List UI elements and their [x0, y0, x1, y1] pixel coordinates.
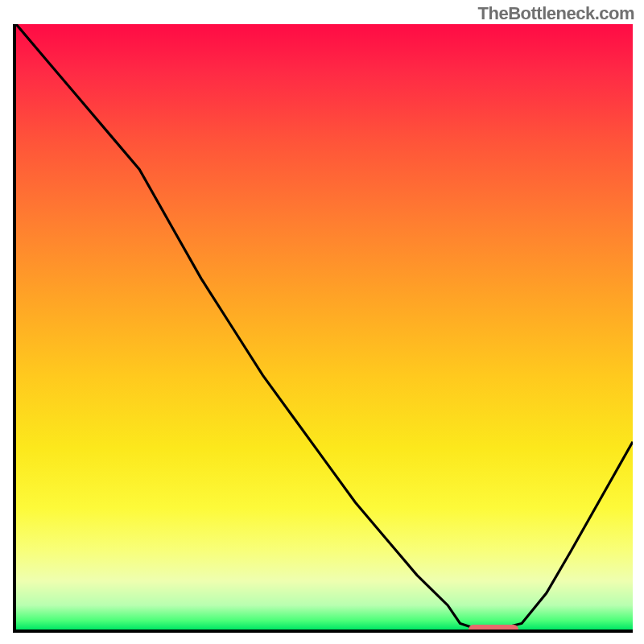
bottleneck-curve: [16, 24, 633, 630]
chart-container: TheBottleneck.com: [0, 0, 644, 644]
watermark-text: TheBottleneck.com: [478, 3, 634, 24]
optimal-range-marker: [469, 625, 518, 633]
plot-area: [13, 24, 633, 633]
